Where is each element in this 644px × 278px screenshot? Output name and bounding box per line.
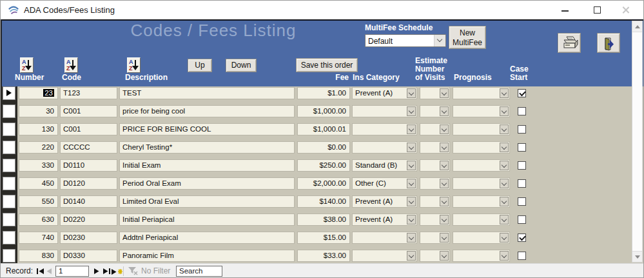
chevron-down-icon[interactable] xyxy=(440,197,449,206)
sort-code-button[interactable]: A Z xyxy=(64,57,78,73)
record-selector[interactable] xyxy=(3,249,15,263)
code-cell[interactable]: D0140 xyxy=(60,195,117,208)
code-cell[interactable]: C001 xyxy=(60,123,117,135)
description-cell[interactable]: Period Oral Exam xyxy=(119,177,295,190)
print-button[interactable] xyxy=(558,33,581,53)
chevron-down-icon[interactable] xyxy=(500,161,509,170)
visits-cell[interactable] xyxy=(420,195,450,208)
up-button[interactable]: Up xyxy=(188,59,212,72)
previous-record-button[interactable] xyxy=(46,266,56,277)
record-selector[interactable] xyxy=(3,159,15,172)
chevron-down-icon[interactable] xyxy=(407,215,416,224)
description-cell[interactable]: Initial Exam xyxy=(119,159,295,172)
chevron-down-icon[interactable] xyxy=(407,161,416,170)
exit-button[interactable] xyxy=(597,33,620,53)
chevron-down-icon[interactable] xyxy=(440,233,449,243)
record-selector[interactable] xyxy=(3,123,15,136)
visits-cell[interactable] xyxy=(420,105,450,117)
chevron-down-icon[interactable] xyxy=(440,251,449,261)
code-cell[interactable]: D0220 xyxy=(60,213,117,226)
visits-cell[interactable] xyxy=(420,141,450,154)
fee-cell[interactable]: $33.00 xyxy=(297,250,350,262)
visits-cell[interactable] xyxy=(420,87,450,99)
ins-category-cell[interactable]: Prevent (A) xyxy=(352,213,417,226)
visits-cell[interactable] xyxy=(420,232,450,244)
chevron-down-icon[interactable] xyxy=(407,88,416,98)
minimize-button[interactable] xyxy=(554,1,576,19)
prognosis-cell[interactable] xyxy=(453,250,510,262)
visits-cell[interactable] xyxy=(420,250,450,262)
number-cell[interactable]: 330 xyxy=(19,159,58,172)
ins-category-cell[interactable]: Other (C) xyxy=(352,177,417,190)
chevron-down-icon[interactable] xyxy=(500,215,509,224)
ins-category-cell[interactable]: Prevent (A) xyxy=(352,195,417,208)
case-start-checkbox[interactable] xyxy=(518,143,526,152)
record-selector[interactable] xyxy=(3,231,15,244)
maximize-button[interactable] xyxy=(586,1,608,19)
record-selector[interactable] xyxy=(3,86,15,100)
chevron-down-icon[interactable] xyxy=(500,179,509,188)
chevron-down-icon[interactable] xyxy=(500,124,509,134)
chevron-down-icon[interactable] xyxy=(440,215,449,224)
number-cell[interactable]: 23 xyxy=(19,87,58,99)
down-button[interactable]: Down xyxy=(226,59,257,72)
case-start-checkbox[interactable] xyxy=(518,125,526,134)
prognosis-cell[interactable] xyxy=(453,105,510,117)
code-cell[interactable]: D0120 xyxy=(60,177,117,190)
description-cell[interactable]: Panoramic Film xyxy=(119,250,295,262)
chevron-down-icon[interactable] xyxy=(500,197,509,206)
code-cell[interactable]: C001 xyxy=(60,105,117,117)
close-button[interactable] xyxy=(614,1,636,19)
search-input[interactable]: Search xyxy=(176,266,222,277)
new-record-button[interactable] xyxy=(110,266,123,277)
prognosis-cell[interactable] xyxy=(453,232,510,244)
chevron-down-icon[interactable] xyxy=(440,143,449,152)
code-cell[interactable]: CCCCC xyxy=(60,141,117,154)
fee-cell[interactable]: $1,000.01 xyxy=(297,123,350,135)
number-cell[interactable]: 740 xyxy=(19,232,58,244)
description-cell[interactable]: Initial Periapical xyxy=(119,213,295,226)
number-cell[interactable]: 130 xyxy=(19,123,58,135)
chevron-down-icon[interactable] xyxy=(407,233,416,243)
record-selector[interactable] xyxy=(3,104,15,118)
chevron-down-icon[interactable] xyxy=(500,143,509,152)
chevron-down-icon[interactable] xyxy=(440,88,449,98)
first-record-button[interactable] xyxy=(36,266,46,277)
new-multifee-button[interactable]: New MultiFee xyxy=(449,26,486,49)
prognosis-cell[interactable] xyxy=(453,213,510,226)
prognosis-cell[interactable] xyxy=(453,87,510,99)
ins-category-cell[interactable]: Prevent (A) xyxy=(352,87,417,99)
fee-cell[interactable]: $140.00 xyxy=(297,195,350,208)
description-cell[interactable]: Cheryl Testing* xyxy=(119,141,295,154)
description-cell[interactable]: Limited Oral Eval xyxy=(119,195,295,208)
chevron-down-icon[interactable] xyxy=(440,179,449,188)
scroll-up-button[interactable] xyxy=(632,21,642,32)
ins-category-cell[interactable] xyxy=(352,141,417,154)
visits-cell[interactable] xyxy=(420,177,450,190)
visits-cell[interactable] xyxy=(420,123,450,135)
fee-cell[interactable]: $38.00 xyxy=(297,213,350,226)
scroll-down-button[interactable] xyxy=(632,251,642,262)
visits-cell[interactable] xyxy=(420,159,450,172)
prognosis-cell[interactable] xyxy=(453,195,510,208)
sort-description-button[interactable]: A Z xyxy=(127,57,141,73)
chevron-down-icon[interactable] xyxy=(500,106,509,116)
fee-cell[interactable]: $1,000.00 xyxy=(297,105,350,117)
number-cell[interactable]: 450 xyxy=(19,177,58,190)
case-start-checkbox[interactable] xyxy=(518,161,526,170)
description-cell[interactable]: Addtnl Periapical xyxy=(119,232,295,244)
number-cell[interactable]: 30 xyxy=(19,105,58,117)
case-start-checkbox[interactable] xyxy=(518,215,526,224)
chevron-down-icon[interactable] xyxy=(407,106,416,116)
prognosis-cell[interactable] xyxy=(453,123,510,135)
case-start-checkbox[interactable] xyxy=(518,179,526,188)
chevron-down-icon[interactable] xyxy=(500,88,509,98)
record-selector[interactable] xyxy=(3,177,15,190)
sort-number-button[interactable]: A Z xyxy=(20,57,34,73)
code-cell[interactable]: D0230 xyxy=(60,232,117,244)
record-selector[interactable] xyxy=(3,195,15,208)
description-cell[interactable]: price for being cool xyxy=(119,105,295,117)
ins-category-cell[interactable] xyxy=(352,123,417,135)
chevron-down-icon[interactable] xyxy=(440,124,449,134)
fee-cell[interactable]: $15.00 xyxy=(297,232,350,244)
